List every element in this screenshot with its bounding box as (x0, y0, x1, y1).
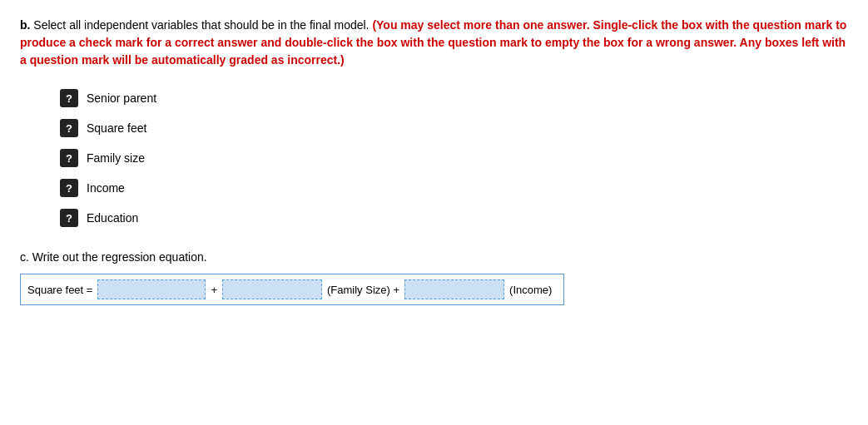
checkbox-item-education[interactable]: ? Education (60, 209, 848, 227)
part-b-instruction: b. Select all independent variables that… (20, 17, 848, 69)
question-box-senior-parent[interactable]: ? (60, 89, 78, 107)
part-c-label: c. (20, 250, 29, 264)
checkbox-label-education: Education (87, 211, 138, 225)
question-box-family-size[interactable]: ? (60, 149, 78, 167)
checkbox-item-senior-parent[interactable]: ? Senior parent (60, 89, 848, 107)
checkbox-item-square-feet[interactable]: ? Square feet (60, 119, 848, 137)
equation-input-1[interactable] (97, 279, 206, 299)
part-c-instruction: c. Write out the regression equation. (20, 250, 848, 264)
question-box-square-feet[interactable]: ? (60, 119, 78, 137)
part-b-static: Select all independent variables that sh… (30, 18, 369, 32)
checkbox-label-square-feet: Square feet (87, 121, 146, 135)
part-c-static: Write out the regression equation. (29, 250, 207, 264)
checkbox-label-senior-parent: Senior parent (87, 91, 156, 105)
question-box-income[interactable]: ? (60, 179, 78, 197)
equation-income-text: (Income) (504, 284, 557, 296)
equation-input-2[interactable] (222, 279, 322, 299)
checkbox-label-family-size: Family size (87, 151, 145, 165)
part-c-section: c. Write out the regression equation. Sq… (20, 250, 848, 305)
equation-input-3[interactable] (404, 279, 504, 299)
equation-lhs-label: Square feet = (27, 284, 97, 296)
equation-plus-1: + (206, 284, 222, 296)
equation-family-size-text: (Family Size) + (322, 284, 404, 296)
checkbox-label-income: Income (87, 181, 125, 195)
checkbox-item-family-size[interactable]: ? Family size (60, 149, 848, 167)
checkboxes-container: ? Senior parent ? Square feet ? Family s… (60, 89, 848, 227)
question-box-education[interactable]: ? (60, 209, 78, 227)
checkbox-item-income[interactable]: ? Income (60, 179, 848, 197)
regression-equation: Square feet = + (Family Size) + (Income) (20, 274, 564, 305)
part-b-label: b. (20, 18, 30, 32)
